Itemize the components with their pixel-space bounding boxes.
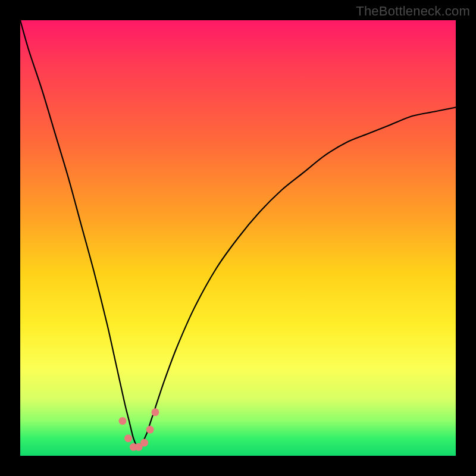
attribution-text: TheBottleneck.com bbox=[356, 4, 470, 19]
curve-dot bbox=[140, 439, 148, 447]
curve-dot bbox=[151, 408, 159, 416]
bottleneck-curve bbox=[20, 20, 456, 447]
curve-svg bbox=[20, 20, 456, 456]
chart-frame: TheBottleneck.com bbox=[0, 0, 476, 476]
plot-area bbox=[20, 20, 456, 456]
curve-dot bbox=[146, 426, 154, 434]
curve-dot bbox=[124, 434, 132, 442]
curve-dot bbox=[119, 417, 127, 425]
curve-dots bbox=[119, 408, 159, 451]
